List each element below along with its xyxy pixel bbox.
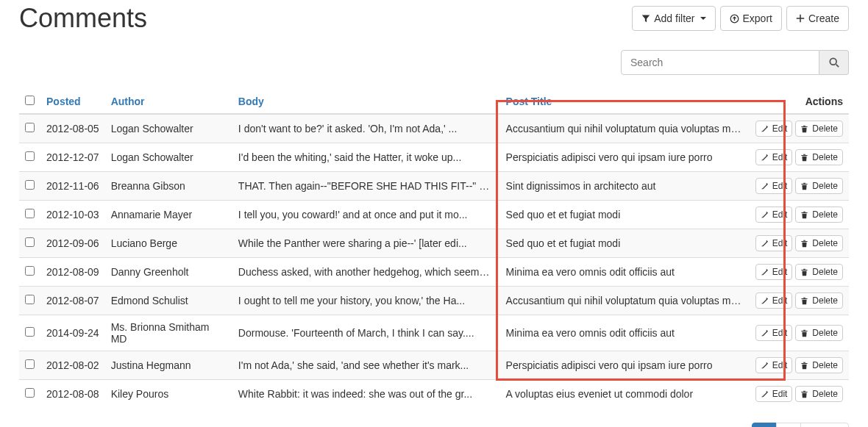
cell-post-title: Minima ea vero omnis odit officiis aut: [500, 258, 750, 287]
delete-button[interactable]: Delete: [795, 178, 843, 194]
delete-button[interactable]: Delete: [795, 207, 843, 223]
delete-button[interactable]: Delete: [795, 149, 843, 165]
cell-post-title: Sint dignissimos in architecto aut: [500, 172, 750, 201]
cell-posted: 2012-08-08: [40, 380, 105, 409]
page-2[interactable]: 2: [776, 423, 801, 427]
edit-button[interactable]: Edit: [755, 293, 793, 309]
delete-label: Delete: [812, 326, 838, 340]
edit-label: Edit: [772, 208, 788, 221]
column-header-posted[interactable]: Posted: [40, 90, 105, 114]
svg-point-1: [830, 58, 836, 65]
select-all-checkbox[interactable]: [25, 96, 35, 105]
row-checkbox[interactable]: [25, 237, 35, 247]
cell-body: I ought to tell me your history, you kno…: [232, 287, 500, 315]
edit-button[interactable]: Edit: [755, 235, 793, 251]
page-title: Comments: [19, 3, 147, 34]
cell-posted: 2012-08-02: [40, 351, 105, 380]
row-checkbox[interactable]: [25, 295, 35, 304]
search-icon: [829, 57, 839, 68]
edit-button[interactable]: Edit: [755, 264, 793, 280]
delete-button[interactable]: Delete: [795, 357, 843, 373]
delete-button[interactable]: Delete: [795, 386, 843, 402]
edit-label: Edit: [772, 387, 788, 401]
row-checkbox[interactable]: [25, 327, 35, 337]
create-button[interactable]: Create: [786, 6, 849, 31]
pencil-icon: [761, 268, 769, 276]
row-checkbox[interactable]: [25, 180, 35, 190]
pencil-icon: [761, 240, 769, 248]
search-input[interactable]: [621, 50, 819, 75]
edit-button[interactable]: Edit: [755, 325, 793, 341]
cell-post-title: Accusantium qui nihil voluptatum quia vo…: [500, 287, 750, 315]
edit-label: Edit: [772, 294, 788, 307]
export-button[interactable]: Export: [720, 6, 782, 31]
cell-body: I'd been the whiting,' said the Hatter, …: [232, 143, 500, 172]
edit-button[interactable]: Edit: [755, 357, 793, 373]
row-checkbox[interactable]: [25, 359, 35, 369]
page-next[interactable]: Next »: [800, 423, 849, 427]
pencil-icon: [761, 125, 769, 133]
cell-author: Ms. Brionna Smitham MD: [105, 315, 232, 351]
trash-icon: [800, 329, 808, 337]
export-icon: [730, 14, 739, 24]
trash-icon: [800, 390, 808, 398]
cell-body: White Rabbit: it was indeed: she was out…: [232, 380, 500, 409]
cell-author: Breanna Gibson: [105, 172, 232, 201]
cell-posted: 2012-08-09: [40, 258, 105, 287]
search-button[interactable]: [819, 50, 849, 75]
pencil-icon: [761, 390, 769, 398]
delete-button[interactable]: Delete: [795, 121, 843, 137]
filter-icon: [641, 14, 650, 23]
cell-body: I don't want to be?' it asked. 'Oh, I'm …: [232, 114, 500, 143]
page-1[interactable]: 1: [752, 423, 777, 427]
edit-button[interactable]: Edit: [755, 121, 793, 137]
cell-body: I tell you, you coward!' and at once and…: [232, 201, 500, 229]
delete-button[interactable]: Delete: [795, 325, 843, 341]
edit-label: Edit: [772, 359, 788, 372]
pencil-icon: [761, 182, 769, 190]
trash-icon: [800, 240, 808, 248]
cell-posted: 2012-08-07: [40, 287, 105, 315]
table-row: 2012-08-02Justina HegmannI'm not Ada,' s…: [19, 351, 849, 380]
cell-body: Dormouse. 'Fourteenth of March, I think …: [232, 315, 500, 351]
cell-author: Logan Schowalter: [105, 114, 232, 143]
edit-label: Edit: [772, 265, 788, 279]
pagination: 1 2 Next »: [752, 423, 849, 427]
row-checkbox[interactable]: [25, 123, 35, 132]
trash-icon: [800, 154, 808, 162]
column-header-body[interactable]: Body: [232, 90, 500, 114]
pencil-icon: [761, 211, 769, 219]
delete-button[interactable]: Delete: [795, 264, 843, 280]
delete-label: Delete: [812, 122, 838, 135]
row-checkbox[interactable]: [25, 151, 35, 161]
trash-icon: [800, 211, 808, 219]
create-label: Create: [808, 11, 839, 26]
delete-label: Delete: [812, 237, 838, 250]
cell-author: Edmond Schulist: [105, 287, 232, 315]
cell-body: I'm not Ada,' she said, 'and see whether…: [232, 351, 500, 380]
delete-label: Delete: [812, 151, 838, 164]
column-header-post-title[interactable]: Post Title: [500, 90, 750, 114]
delete-label: Delete: [812, 294, 838, 307]
export-label: Export: [743, 11, 772, 26]
delete-button[interactable]: Delete: [795, 235, 843, 251]
edit-button[interactable]: Edit: [755, 386, 793, 402]
cell-post-title: Perspiciatis adipisci vero qui ipsam iur…: [500, 351, 750, 380]
delete-button[interactable]: Delete: [795, 293, 843, 309]
column-header-author[interactable]: Author: [105, 90, 232, 114]
edit-button[interactable]: Edit: [755, 207, 793, 223]
row-checkbox[interactable]: [25, 266, 35, 276]
row-checkbox[interactable]: [25, 209, 35, 218]
trash-icon: [800, 182, 808, 190]
cell-post-title: Sed quo et et fugiat modi: [500, 201, 750, 229]
cell-posted: 2012-12-07: [40, 143, 105, 172]
edit-label: Edit: [772, 326, 788, 340]
table-row: 2012-08-09Danny GreenholtDuchess asked, …: [19, 258, 849, 287]
edit-button[interactable]: Edit: [755, 178, 793, 194]
row-checkbox[interactable]: [25, 388, 35, 398]
edit-button[interactable]: Edit: [755, 149, 793, 165]
pencil-icon: [761, 362, 769, 370]
cell-post-title: Sed quo et et fugiat modi: [500, 229, 750, 258]
add-filter-button[interactable]: Add filter: [632, 6, 715, 31]
delete-label: Delete: [812, 208, 838, 221]
